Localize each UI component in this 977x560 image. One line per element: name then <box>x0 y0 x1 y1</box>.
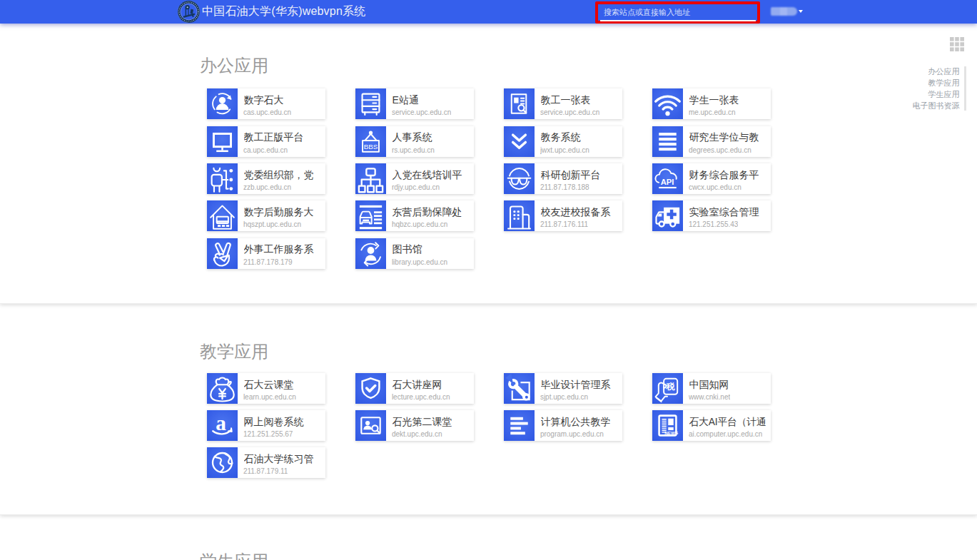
svg-text:API: API <box>661 178 674 186</box>
svg-text:NEWS: NEWS <box>664 431 678 436</box>
svg-text:a: a <box>216 412 226 434</box>
svg-text:BBS: BBS <box>364 142 378 150</box>
svg-text:税: 税 <box>666 382 675 392</box>
